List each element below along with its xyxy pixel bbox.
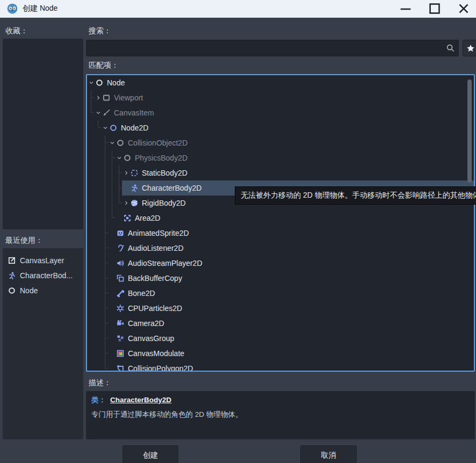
character-body-icon: [8, 271, 16, 280]
circle-icon: [8, 286, 16, 295]
circle-icon: [123, 154, 132, 162]
polygon-icon: [116, 364, 125, 372]
tree-item-node2d[interactable]: Node2D: [87, 120, 474, 135]
tree-item-cpuparticles2d[interactable]: CPUParticles2D: [87, 301, 474, 316]
tree-indent-guide: [101, 361, 108, 372]
action-bar: 创建 取消: [0, 439, 476, 463]
tooltip-text: 无法被外力移动的 2D 物理物体。手动移动时不会影响路径上的其他物体: [241, 191, 476, 200]
tree-indent-guide: [87, 150, 94, 165]
tree-indent-guide: [87, 256, 94, 271]
tree-indent-guide: [94, 256, 101, 271]
tree-item-animatedsprite2d[interactable]: AnimatedSprite2D: [87, 226, 474, 241]
tree-item-canvasitem[interactable]: CanvasItem: [87, 105, 474, 120]
search-label: 搜索：: [89, 26, 111, 36]
tree-indent-guide: [94, 286, 101, 301]
tree-indent-guide: [101, 271, 108, 286]
tree-item-canvasmodulate[interactable]: CanvasModulate: [87, 346, 474, 361]
tree-item-canvasgroup[interactable]: CanvasGroup: [87, 331, 474, 346]
recent-item-canvaslayer[interactable]: CanvasLayer: [3, 253, 83, 268]
tree-indent-guide: [94, 211, 101, 226]
tree-indent-guide: [87, 135, 94, 150]
chevron-down-icon[interactable]: [109, 140, 116, 146]
tree-indent-guide: [101, 256, 108, 271]
tree-indent-guide: [87, 346, 94, 361]
godot-icon: [7, 3, 18, 14]
tree-indent-guide: [94, 120, 101, 135]
tree-indent-guide: [87, 105, 94, 120]
class-description: 专门用于通过脚本移动的角色的 2D 物理物体。: [91, 410, 470, 419]
maximize-button[interactable]: [427, 1, 443, 17]
tree-item-backbuffercopy[interactable]: BackBufferCopy: [87, 271, 474, 286]
tree-indent-guide: [94, 135, 101, 150]
tree-item-audiolistener2d[interactable]: AudioListener2D: [87, 241, 474, 256]
chevron-down-icon[interactable]: [102, 125, 109, 131]
tree-indent-guide: [87, 286, 94, 301]
class-name-link[interactable]: CharacterBody2D: [110, 396, 171, 404]
tree-scrollbar-thumb[interactable]: [467, 79, 472, 183]
tree-indent-guide: [87, 361, 94, 372]
copy-icon: [116, 274, 125, 283]
tree-item-staticbody2d[interactable]: StaticBody2D: [87, 165, 474, 180]
close-button[interactable]: [456, 1, 472, 17]
tree-indent-guide: [115, 180, 122, 196]
recent-item-characterbod-[interactable]: CharacterBod...: [3, 268, 83, 283]
tree-indent-guide: [94, 150, 101, 165]
chevron-right-icon[interactable]: [122, 200, 130, 206]
tree-item-viewport[interactable]: Viewport: [87, 90, 474, 105]
recent-label: 最近使用：: [5, 236, 43, 245]
character-body-icon: [130, 184, 139, 192]
dashed-square-icon: [130, 169, 139, 177]
minimize-button[interactable]: [398, 1, 414, 17]
window-controls: [398, 1, 476, 17]
recent-item-node[interactable]: Node: [3, 283, 83, 298]
chevron-down-icon[interactable]: [95, 110, 102, 116]
tree-indent-guide: [94, 301, 101, 316]
group-icon: [116, 334, 125, 343]
tree-indent-guide: [101, 180, 108, 196]
tree-indent-guide: [101, 286, 108, 301]
tooltip: 无法被外力移动的 2D 物理物体。手动移动时不会影响路径上的其他物体: [235, 186, 476, 205]
create-button[interactable]: 创建: [122, 445, 178, 463]
chevron-down-icon[interactable]: [116, 155, 123, 161]
tree-item-node[interactable]: Node: [87, 75, 474, 90]
tree-indent-guide: [101, 316, 108, 331]
tree-item-bone2d[interactable]: Bone2D: [87, 286, 474, 301]
tree-item-area2d[interactable]: Area2D: [87, 211, 474, 226]
square-icon: [102, 93, 111, 102]
tree-indent-guide: [87, 196, 94, 211]
tree-indent-guide: [108, 211, 115, 226]
tree-indent-guide: [101, 331, 108, 346]
tree-item-audiostreamplayer2d[interactable]: AudioStreamPlayer2D: [87, 256, 474, 271]
sphere-icon: [130, 199, 139, 207]
cancel-button[interactable]: 取消: [300, 445, 357, 463]
tree-indent-guide: [101, 226, 108, 241]
modulate-icon: [116, 349, 125, 358]
node-type-tree[interactable]: NodeViewport CanvasItemNode2DCollisionOb…: [86, 74, 475, 372]
favorites-panel[interactable]: [3, 39, 83, 229]
brush-icon: [102, 108, 111, 117]
tree-indent-guide: [87, 241, 94, 256]
tree-indent-guide: [101, 150, 108, 165]
chevron-right-icon[interactable]: [122, 170, 130, 176]
tree-indent-guide: [101, 241, 108, 256]
speaker-icon: [116, 259, 125, 267]
tree-indent-guide: [101, 196, 108, 211]
tree-item-camera2d[interactable]: Camera2D: [87, 316, 474, 331]
search-input[interactable]: [86, 40, 459, 56]
tree-item-physicsbody2d[interactable]: PhysicsBody2D: [87, 150, 474, 165]
tree-indent-guide: [108, 150, 115, 165]
chevron-right-icon[interactable]: [95, 95, 102, 101]
chevron-down-icon[interactable]: [88, 79, 95, 86]
tree-indent-guide: [115, 196, 122, 211]
tree-indent-guide: [87, 180, 94, 196]
tree-indent-guide: [94, 165, 101, 180]
tree-indent-guide: [87, 301, 94, 316]
bone-icon: [116, 289, 125, 298]
tree-indent-guide: [94, 226, 101, 241]
star-favorite-button[interactable]: [463, 40, 476, 56]
tree-indent-guide: [94, 316, 101, 331]
particles-icon: [116, 304, 125, 313]
tree-item-collisionpolygon2d[interactable]: CollisionPolygon2D: [87, 361, 474, 372]
tree-item-collisionobject2d[interactable]: CollisionObject2D: [87, 135, 474, 150]
camera-icon: [116, 319, 125, 328]
